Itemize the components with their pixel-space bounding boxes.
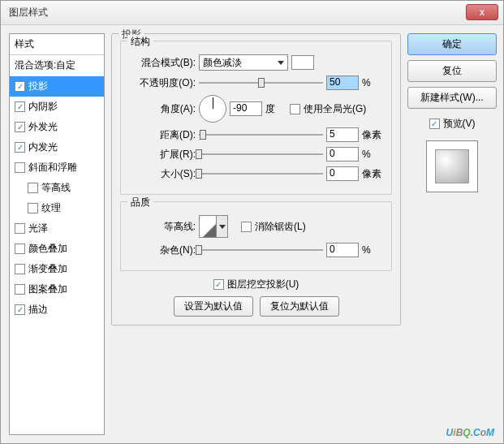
style-label: 内阴影 <box>28 100 58 114</box>
noise-label: 杂色(N): <box>129 244 196 257</box>
size-label: 大小(S): <box>129 167 196 181</box>
style-item-7[interactable]: 光泽 <box>10 218 104 239</box>
chevron-down-icon <box>278 61 284 65</box>
size-unit: 像素 <box>362 167 383 181</box>
style-checkbox[interactable]: ✓ <box>15 304 25 315</box>
right-panel: 确定 复位 新建样式(W)... ✓ 预览(V) <box>407 33 497 435</box>
preview-box <box>426 140 478 192</box>
style-checkbox[interactable]: ✓ <box>15 122 25 132</box>
style-item-0[interactable]: ✓投影 <box>10 76 104 97</box>
style-item-3[interactable]: ✓内发光 <box>10 137 104 157</box>
close-icon: x <box>480 6 485 18</box>
close-button[interactable]: x <box>466 4 498 20</box>
style-label: 斜面和浮雕 <box>28 161 77 175</box>
blend-options-row[interactable]: 混合选项:自定 <box>10 55 104 76</box>
opacity-slider[interactable] <box>199 75 323 90</box>
preview-label: 预览(V) <box>443 117 476 131</box>
distance-label: 距离(D): <box>129 128 196 142</box>
knockout-label: 图层挖空投影(U) <box>227 278 299 291</box>
size-slider[interactable] <box>199 166 323 181</box>
distance-input[interactable]: 5 <box>326 127 359 142</box>
opacity-unit: % <box>362 77 383 88</box>
style-label: 外发光 <box>28 120 58 134</box>
style-label: 等高线 <box>41 181 71 195</box>
style-item-2[interactable]: ✓外发光 <box>10 117 104 137</box>
style-label: 渐变叠加 <box>28 262 67 276</box>
styles-header: 样式 <box>10 34 104 55</box>
spread-input[interactable]: 0 <box>326 147 359 162</box>
style-checkbox[interactable] <box>15 284 25 295</box>
reset-default-button[interactable]: 复位为默认值 <box>260 296 339 317</box>
style-item-11[interactable]: ✓描边 <box>10 300 104 320</box>
blend-mode-value: 颜色减淡 <box>203 56 242 70</box>
styles-panel: 样式 混合选项:自定 ✓投影✓内阴影✓外发光✓内发光斜面和浮雕等高线纹理光泽颜色… <box>9 33 105 435</box>
cancel-button[interactable]: 复位 <box>407 60 497 82</box>
style-item-6[interactable]: 纹理 <box>10 198 104 218</box>
titlebar[interactable]: 图层样式 x <box>1 1 503 25</box>
quality-group: 品质 等高线: 消除锯齿(L) 杂色(N): <box>120 201 392 271</box>
style-checkbox[interactable] <box>15 264 25 274</box>
style-label: 颜色叠加 <box>28 242 67 256</box>
style-label: 投影 <box>28 80 48 93</box>
spread-slider[interactable] <box>199 147 323 162</box>
distance-unit: 像素 <box>362 128 383 142</box>
style-checkbox[interactable] <box>28 183 38 193</box>
style-item-5[interactable]: 等高线 <box>10 178 104 198</box>
center-panel: 投影 结构 混合模式(B): 颜色减淡 不透明度(O): <box>111 33 401 435</box>
style-item-1[interactable]: ✓内阴影 <box>10 97 104 117</box>
blend-mode-select[interactable]: 颜色减淡 <box>199 54 288 71</box>
style-label: 图案叠加 <box>28 282 67 296</box>
style-checkbox[interactable] <box>15 223 25 234</box>
style-label: 描边 <box>28 303 48 317</box>
new-style-button[interactable]: 新建样式(W)... <box>407 87 497 109</box>
style-checkbox[interactable] <box>15 162 25 173</box>
antialias-checkbox[interactable] <box>241 222 252 232</box>
shadow-color-swatch[interactable] <box>291 55 314 70</box>
noise-input[interactable]: 0 <box>326 243 359 257</box>
drop-shadow-group: 投影 结构 混合模式(B): 颜色减淡 不透明度(O): <box>111 33 401 325</box>
spread-unit: % <box>362 149 383 160</box>
structure-legend: 结构 <box>127 35 153 49</box>
style-label: 光泽 <box>28 222 48 235</box>
opacity-label: 不透明度(O): <box>129 76 196 90</box>
contour-picker[interactable] <box>199 215 228 238</box>
preview-checkbox[interactable]: ✓ <box>429 119 440 129</box>
ok-button[interactable]: 确定 <box>407 33 497 55</box>
style-checkbox[interactable]: ✓ <box>15 142 25 153</box>
angle-dial[interactable] <box>199 95 226 123</box>
dialog-body: 样式 混合选项:自定 ✓投影✓内阴影✓外发光✓内发光斜面和浮雕等高线纹理光泽颜色… <box>1 25 503 443</box>
knockout-checkbox[interactable]: ✓ <box>213 279 224 290</box>
style-checkbox[interactable]: ✓ <box>15 81 25 92</box>
distance-slider[interactable] <box>199 127 323 142</box>
angle-input[interactable]: -90 <box>230 101 262 116</box>
global-light-label: 使用全局光(G) <box>304 102 366 116</box>
watermark: UiBQ.CoM <box>446 425 494 439</box>
preview-swatch <box>435 149 469 183</box>
style-label: 纹理 <box>41 201 61 215</box>
blend-mode-label: 混合模式(B): <box>129 56 196 70</box>
noise-slider[interactable] <box>199 243 323 257</box>
style-checkbox[interactable]: ✓ <box>15 101 25 112</box>
global-light-checkbox[interactable] <box>290 104 300 114</box>
angle-unit: 度 <box>265 102 286 116</box>
layer-style-dialog: 图层样式 x 样式 混合选项:自定 ✓投影✓内阴影✓外发光✓内发光斜面和浮雕等高… <box>0 0 504 444</box>
angle-label: 角度(A): <box>129 102 196 116</box>
antialias-label: 消除锯齿(L) <box>255 220 306 234</box>
style-item-4[interactable]: 斜面和浮雕 <box>10 157 104 178</box>
spread-label: 扩展(R): <box>129 148 196 162</box>
contour-label: 等高线: <box>129 220 196 234</box>
style-item-8[interactable]: 颜色叠加 <box>10 239 104 259</box>
noise-unit: % <box>362 244 383 256</box>
size-input[interactable]: 0 <box>326 166 359 181</box>
set-default-button[interactable]: 设置为默认值 <box>174 296 253 317</box>
chevron-down-icon <box>219 225 226 229</box>
style-label: 内发光 <box>28 140 58 154</box>
style-item-10[interactable]: 图案叠加 <box>10 279 104 300</box>
window-title: 图层样式 <box>9 6 48 19</box>
opacity-input[interactable]: 50 <box>326 75 359 90</box>
style-item-9[interactable]: 渐变叠加 <box>10 259 104 279</box>
quality-legend: 品质 <box>127 196 153 209</box>
style-checkbox[interactable] <box>15 244 25 254</box>
style-checkbox[interactable] <box>28 203 38 213</box>
structure-group: 结构 混合模式(B): 颜色减淡 不透明度(O): 50 % <box>120 41 392 195</box>
